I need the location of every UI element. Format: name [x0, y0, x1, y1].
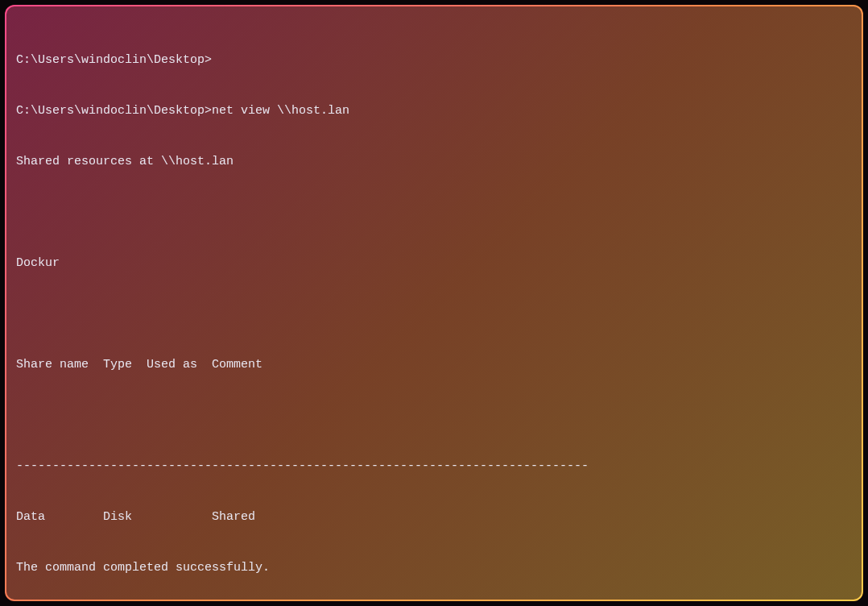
terminal-line: Shared resources at \\host.lan — [16, 153, 852, 170]
terminal-line: C:\Users\windoclin\Desktop>net view \\ho… — [16, 102, 852, 119]
terminal-line: The command completed successfully. — [16, 559, 852, 576]
terminal-line — [16, 305, 852, 322]
terminal-line: C:\Users\windoclin\Desktop> — [16, 52, 852, 68]
terminal-line: Data Disk Shared — [16, 508, 852, 525]
terminal-line: Share name Type Used as Comment — [16, 356, 852, 373]
terminal-line — [16, 204, 852, 221]
terminal-line: Dockur — [16, 255, 852, 272]
terminal-line: ----------------------------------------… — [16, 458, 852, 475]
terminal-window[interactable]: C:\Users\windoclin\Desktop> C:\Users\win… — [5, 5, 863, 601]
terminal-line — [16, 407, 852, 424]
